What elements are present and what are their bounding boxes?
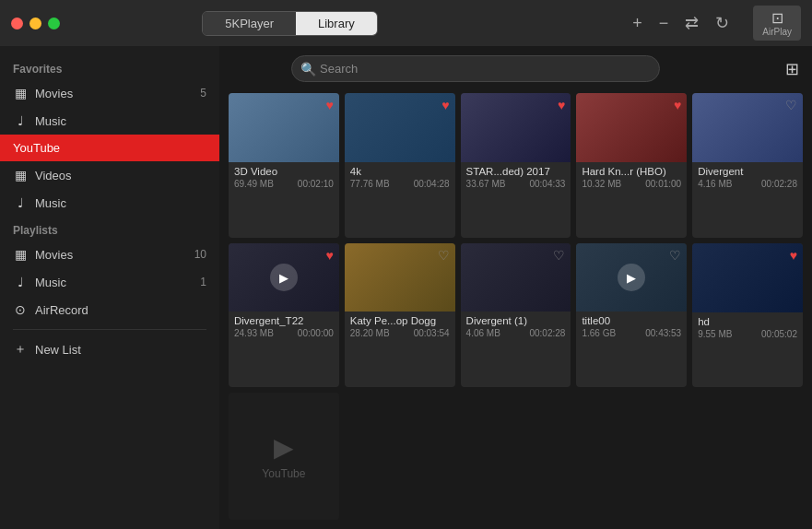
close-button[interactable] <box>11 18 23 29</box>
video-info: Hard Kn...r (HBO) 10.32 MB 00:01:00 <box>576 162 687 194</box>
movies-icon: ▦ <box>13 86 28 100</box>
video-card-v9[interactable]: ♡ ▶ title00 1.66 GB 00:43:53 <box>576 243 687 388</box>
video-thumbnail: ♡ <box>345 243 455 312</box>
fav-movies-label: Movies <box>35 87 193 100</box>
sidebar-item-yt-videos[interactable]: ▦ Videos <box>0 161 219 189</box>
sidebar-item-new-list[interactable]: ＋ New List <box>0 335 219 363</box>
heart-icon[interactable]: ♥ <box>325 98 333 112</box>
maximize-button[interactable] <box>48 18 60 29</box>
window-controls <box>11 18 60 29</box>
video-meta: 77.76 MB 00:04:28 <box>350 179 450 189</box>
video-size: 69.49 MB <box>234 179 274 189</box>
search-icon: 🔍 <box>300 62 316 76</box>
refresh-icon[interactable]: ↻ <box>715 13 729 33</box>
video-size: 10.32 MB <box>582 179 621 189</box>
fav-movies-count: 5 <box>200 87 206 100</box>
pl-movies-count: 10 <box>194 248 206 261</box>
tab-5kplayer[interactable]: 5KPlayer <box>203 12 296 35</box>
pl-movies-label: Movies <box>35 248 187 262</box>
video-size: 4.06 MB <box>466 328 500 338</box>
video-card-v8[interactable]: ♡ Divergent (1) 4.06 MB 00:02:28 <box>461 243 571 388</box>
video-card-v7[interactable]: ♡ Katy Pe...op Dogg 28.20 MB 00:03:54 <box>345 243 455 388</box>
content-area: 🔍 ⊞ ♥ 3D Video 69.49 MB 00:02:10 ♥ <box>219 46 812 529</box>
pl-music-count: 1 <box>200 276 206 288</box>
video-title: Divergent (1) <box>466 315 566 326</box>
video-thumbnail: ♡ <box>692 93 803 162</box>
sidebar-item-airrecord[interactable]: ⊙ AirRecord <box>0 296 219 323</box>
sidebar-item-fav-music[interactable]: ♩ Music <box>0 107 219 135</box>
video-thumbnail: ♥ ▶ <box>229 243 339 312</box>
airplay-button[interactable]: ⊡ AirPlay <box>753 6 801 41</box>
yt-videos-label: Videos <box>35 169 206 182</box>
video-meta: 4.06 MB 00:02:28 <box>466 328 566 338</box>
video-size: 28.20 MB <box>350 328 390 338</box>
search-container: 🔍 <box>291 55 660 82</box>
video-meta: 69.49 MB 00:02:10 <box>234 179 334 189</box>
video-card-v4[interactable]: ♥ Hard Kn...r (HBO) 10.32 MB 00:01:00 <box>576 93 687 238</box>
video-meta: 33.67 MB 00:04:33 <box>466 179 566 189</box>
video-title: Divergent_T22 <box>234 315 334 326</box>
video-duration: 00:04:28 <box>414 179 450 189</box>
search-bar-row: 🔍 ⊞ <box>219 46 812 89</box>
sidebar-item-pl-movies[interactable]: ▦ Movies 10 <box>0 241 219 268</box>
video-thumbnail: ♡ <box>461 243 571 312</box>
youtube-label: YouTube <box>13 141 206 155</box>
video-meta: 10.32 MB 00:01:00 <box>582 179 681 189</box>
video-thumbnail: ♥ <box>576 93 687 162</box>
video-info: Divergent (1) 4.06 MB 00:02:28 <box>461 312 571 343</box>
sidebar-divider <box>13 329 206 330</box>
heart-icon[interactable]: ♥ <box>325 248 333 263</box>
video-duration: 00:00:00 <box>298 328 334 338</box>
minus-icon[interactable]: − <box>659 14 669 33</box>
heart-icon[interactable]: ♥ <box>790 248 797 263</box>
video-thumbnail: ♥ <box>229 93 339 162</box>
video-size: 24.93 MB <box>234 328 274 338</box>
video-meta: 9.55 MB 00:05:02 <box>698 329 797 339</box>
play-icon: ▶ <box>270 264 298 291</box>
airplay-icon: ⊡ <box>771 9 783 27</box>
heart-icon[interactable]: ♥ <box>441 98 449 112</box>
heart-icon[interactable]: ♡ <box>669 248 681 263</box>
video-title: Hard Kn...r (HBO) <box>582 166 681 177</box>
heart-icon[interactable]: ♡ <box>785 98 797 112</box>
video-title: 4k <box>350 166 450 177</box>
minimize-button[interactable] <box>29 18 41 29</box>
pl-movies-icon: ▦ <box>13 247 28 262</box>
sidebar-item-pl-music[interactable]: ♩ Music 1 <box>0 268 219 296</box>
video-duration: 00:02:28 <box>761 179 797 189</box>
video-meta: 4.16 MB 00:02:28 <box>698 179 797 189</box>
video-card-v10[interactable]: ♥ hd 9.55 MB 00:05:02 <box>692 243 803 388</box>
video-duration: 00:02:28 <box>529 328 565 338</box>
video-info: Katy Pe...op Dogg 28.20 MB 00:03:54 <box>345 312 455 343</box>
video-duration: 00:03:54 <box>414 328 450 338</box>
add-icon[interactable]: + <box>632 14 642 33</box>
video-duration: 00:04:33 <box>529 179 565 189</box>
sidebar-item-fav-movies[interactable]: ▦ Movies 5 <box>0 79 219 107</box>
video-card-v6[interactable]: ♥ ▶ Divergent_T22 24.93 MB 00:00:00 <box>229 243 339 388</box>
video-size: 4.16 MB <box>698 179 732 189</box>
video-info: Divergent_T22 24.93 MB 00:00:00 <box>229 312 339 343</box>
grid-view-button[interactable]: ⊞ <box>785 59 799 79</box>
sidebar-item-youtube[interactable]: YouTube <box>0 135 219 161</box>
search-input[interactable] <box>291 55 660 82</box>
youtube-placeholder: ▶ YouTube <box>229 393 339 520</box>
yt-music-icon: ♩ <box>13 195 28 210</box>
heart-icon[interactable]: ♥ <box>558 98 565 112</box>
video-card-v3[interactable]: ♥ STAR...ded) 2017 33.67 MB 00:04:33 <box>461 93 571 238</box>
video-meta: 28.20 MB 00:03:54 <box>350 328 450 338</box>
heart-icon[interactable]: ♡ <box>553 248 565 263</box>
heart-icon[interactable]: ♥ <box>674 98 681 112</box>
video-thumbnail: ♡ ▶ <box>576 243 687 312</box>
video-info: title00 1.66 GB 00:43:53 <box>576 312 687 343</box>
video-thumbnail: ♥ <box>345 93 455 162</box>
video-card-v1[interactable]: ♥ 3D Video 69.49 MB 00:02:10 <box>229 93 339 238</box>
heart-icon[interactable]: ♡ <box>438 248 450 263</box>
video-meta: 24.93 MB 00:00:00 <box>234 328 334 338</box>
yt-videos-icon: ▦ <box>13 168 28 182</box>
yt-music-label: Music <box>35 196 206 210</box>
tab-library[interactable]: Library <box>296 12 377 35</box>
sidebar-item-yt-music[interactable]: ♩ Music <box>0 189 219 217</box>
video-card-v5[interactable]: ♡ Divergent 4.16 MB 00:02:28 <box>692 93 803 238</box>
video-card-v2[interactable]: ♥ 4k 77.76 MB 00:04:28 <box>345 93 455 238</box>
shuffle-icon[interactable]: ⇄ <box>685 13 699 33</box>
